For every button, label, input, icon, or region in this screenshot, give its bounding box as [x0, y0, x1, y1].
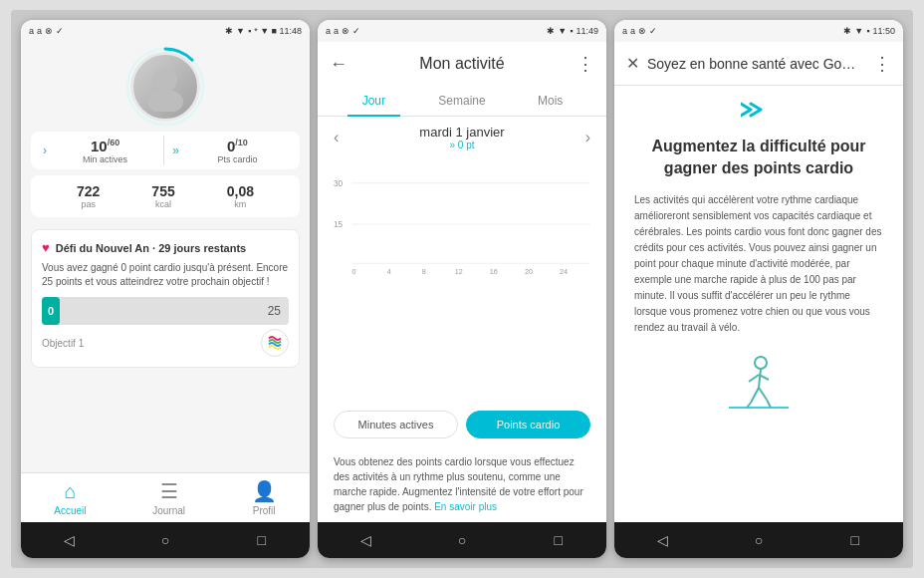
- svg-text:0: 0: [352, 267, 356, 276]
- back-triangle-3[interactable]: ◁: [652, 530, 672, 550]
- date-nav: ‹ mardi 1 janvier » 0 pt ›: [318, 117, 606, 158]
- svg-line-21: [751, 388, 759, 403]
- walking-svg: [719, 348, 799, 418]
- nav-journal[interactable]: ☰ Journal: [152, 479, 185, 516]
- pas-item: 722 pas: [77, 183, 100, 209]
- steps-row: 722 pas 755 kcal 0,08 km: [31, 175, 300, 217]
- min-actives-value: 10/60: [55, 138, 155, 154]
- home-circle[interactable]: ○: [155, 530, 175, 550]
- status-icons-left-2: a a ⊗ ✓: [326, 26, 360, 36]
- next-date-btn[interactable]: ›: [585, 129, 590, 146]
- home-circle-3[interactable]: ○: [749, 530, 769, 550]
- nav-accueil[interactable]: ⌂ Accueil: [54, 480, 86, 516]
- filter-minutes[interactable]: Minutes actives: [334, 411, 458, 438]
- icon-x3: ⊗: [638, 26, 646, 36]
- icon-check3: ✓: [649, 26, 657, 36]
- pts-cardio-label: Pts cardio: [187, 154, 288, 164]
- progress-end: 25: [268, 304, 281, 318]
- screen3-title: Soyez en bonne santé avec Go…: [647, 56, 873, 72]
- km-value: 0,08: [227, 183, 254, 199]
- back-button-2[interactable]: ←: [330, 54, 347, 75]
- icon-a3: a: [326, 26, 331, 36]
- phone-screen1: a a ⊗ ✓ ✱ ▼ ▪ * ▼ ■ 11:48: [21, 20, 310, 558]
- progress-ring-svg: [120, 42, 210, 132]
- icon-check: ✓: [56, 26, 64, 36]
- status-icons-right-2: ✱ ▼ ▪ 11:49: [547, 26, 598, 36]
- more-button-2[interactable]: ⋮: [577, 53, 594, 75]
- screen1-content: › 10/60 Min actives » 0/10 Pts cardio: [21, 42, 310, 472]
- toolbar-3: ✕ Soyez en bonne santé avec Go… ⋮: [614, 42, 903, 86]
- date-pts: » 0 pt: [419, 140, 504, 150]
- arrow-right-icon: »: [172, 144, 179, 157]
- wifi-icon3: ▼: [854, 26, 863, 36]
- status-bar-1: a a ⊗ ✓ ✱ ▼ ▪ * ▼ ■ 11:48: [21, 20, 310, 42]
- nav-profil[interactable]: 👤 Profil: [252, 479, 277, 516]
- back-triangle-2[interactable]: ◁: [355, 530, 375, 550]
- stat-divider-1: [163, 136, 164, 165]
- more-button-3[interactable]: ⋮: [873, 53, 891, 75]
- phone-screen3: a a ⊗ ✓ ✱ ▼ ▪ 11:50 ✕ Soyez en bonne san…: [614, 20, 903, 558]
- recent-square[interactable]: □: [252, 530, 272, 550]
- svg-line-23: [759, 388, 767, 400]
- recent-square-3[interactable]: □: [845, 530, 865, 550]
- phone-screen2: a a ⊗ ✓ ✱ ▼ ▪ 11:49 ← Mon activité ⋮ Jou…: [318, 20, 606, 558]
- km-label: km: [227, 199, 254, 209]
- bottom-nav: ⌂ Accueil ☰ Journal 👤 Profil: [21, 472, 310, 522]
- close-button-3[interactable]: ✕: [626, 54, 639, 73]
- android-nav-3: ◁ ○ □: [614, 522, 903, 558]
- icon-x: ⊗: [45, 26, 53, 36]
- date-text: mardi 1 janvier » 0 pt: [419, 125, 504, 150]
- add-button[interactable]: [261, 329, 289, 357]
- double-chevron-icon: [614, 98, 903, 122]
- arrow-left-icon: ›: [43, 144, 47, 157]
- back-triangle[interactable]: ◁: [59, 530, 79, 550]
- svg-line-24: [767, 400, 771, 408]
- challenge-title: ♥ Défi du Nouvel An · 29 jours restants: [42, 240, 289, 255]
- profile-icon: 👤: [252, 479, 277, 503]
- date-main: mardi 1 janvier: [419, 125, 504, 140]
- chart-area: 30 15 0 4 8 12 16 20 24: [318, 158, 606, 403]
- screen2-content: ← Mon activité ⋮ Jour Semaine Mois ‹ mar…: [318, 42, 606, 522]
- time-2: 11:49: [576, 26, 598, 36]
- kcal-label: kcal: [151, 199, 174, 209]
- progress-bar: 0 25: [42, 297, 289, 325]
- heart-icon: ♥: [42, 240, 50, 255]
- pts-cardio-stat: 0/10 Pts cardio: [187, 138, 288, 164]
- pas-label: pas: [77, 199, 100, 209]
- battery-icon2: ▪: [570, 26, 573, 36]
- status-icons-left-1: a a ⊗ ✓: [29, 26, 64, 36]
- bluetooth-icon3: ✱: [843, 26, 851, 36]
- kcal-item: 755 kcal: [151, 183, 174, 209]
- tab-jour[interactable]: Jour: [330, 86, 418, 116]
- learn-more-link[interactable]: En savoir plus: [434, 501, 497, 512]
- status-icons-right-3: ✱ ▼ ▪ 11:50: [843, 26, 895, 36]
- filter-cardio[interactable]: Points cardio: [466, 411, 590, 438]
- tab-mois[interactable]: Mois: [506, 86, 594, 116]
- pts-cardio-value: 0/10: [187, 138, 288, 154]
- home-circle-2[interactable]: ○: [452, 530, 472, 550]
- time-1: * ▼ ■ 11:48: [254, 26, 302, 36]
- screen3-heading: Augmentez la difficulté pour gagner des …: [634, 136, 883, 180]
- stats-row: › 10/60 Min actives » 0/10 Pts cardio: [31, 132, 300, 169]
- toolbar-title-2: Mon activité: [419, 55, 504, 73]
- tab-semaine[interactable]: Semaine: [418, 86, 507, 116]
- bluetooth-icon: ✱: [225, 26, 233, 36]
- svg-text:30: 30: [334, 179, 344, 188]
- android-nav-2: ◁ ○ □: [318, 522, 606, 558]
- recent-square-2[interactable]: □: [549, 530, 569, 550]
- tabs-row: Jour Semaine Mois: [318, 86, 606, 117]
- android-nav-1: ◁ ○ □: [21, 522, 310, 558]
- objective-text: Objectif 1: [42, 338, 84, 349]
- km-item: 0,08 km: [227, 183, 254, 209]
- bluetooth-icon2: ✱: [547, 26, 555, 36]
- wifi-icon2: ▼: [558, 26, 567, 36]
- challenge-text: Vous avez gagné 0 point cardio jusqu'à p…: [42, 261, 289, 289]
- kcal-value: 755: [151, 183, 174, 199]
- svg-text:4: 4: [387, 267, 391, 276]
- prev-date-btn[interactable]: ‹: [334, 129, 339, 146]
- progress-fill: 0: [42, 297, 60, 325]
- objective-row: Objectif 1: [42, 329, 289, 357]
- status-bar-3: a a ⊗ ✓ ✱ ▼ ▪ 11:50: [614, 20, 903, 42]
- time-3: 11:50: [872, 26, 895, 36]
- svg-text:20: 20: [525, 267, 533, 276]
